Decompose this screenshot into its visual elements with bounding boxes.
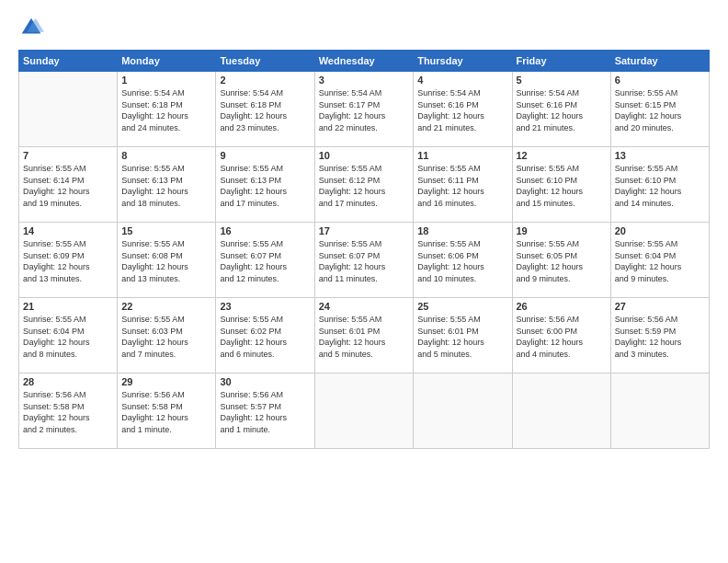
calendar-cell xyxy=(19,72,118,147)
weekday-header-saturday: Saturday xyxy=(610,51,709,72)
calendar-cell: 5Sunrise: 5:54 AMSunset: 6:16 PMDaylight… xyxy=(512,72,610,147)
day-number: 9 xyxy=(220,150,310,161)
weekday-header-thursday: Thursday xyxy=(414,51,512,72)
calendar-cell: 1Sunrise: 5:54 AMSunset: 6:18 PMDaylight… xyxy=(118,72,216,147)
calendar-week-row: 1Sunrise: 5:54 AMSunset: 6:18 PMDaylight… xyxy=(19,72,710,147)
day-number: 27 xyxy=(615,301,705,312)
day-number: 10 xyxy=(319,150,409,161)
day-info: Sunrise: 5:55 AMSunset: 6:13 PMDaylight:… xyxy=(121,163,211,209)
calendar-cell xyxy=(414,373,512,449)
day-info: Sunrise: 5:55 AMSunset: 6:07 PMDaylight:… xyxy=(220,238,310,284)
day-info: Sunrise: 5:54 AMSunset: 6:17 PMDaylight:… xyxy=(319,87,409,133)
day-info: Sunrise: 5:55 AMSunset: 6:13 PMDaylight:… xyxy=(220,163,310,209)
day-number: 30 xyxy=(220,376,310,387)
day-info: Sunrise: 5:55 AMSunset: 6:04 PMDaylight:… xyxy=(615,238,705,284)
weekday-header-sunday: Sunday xyxy=(19,51,118,72)
day-info: Sunrise: 5:55 AMSunset: 6:11 PMDaylight:… xyxy=(417,163,507,209)
day-info: Sunrise: 5:55 AMSunset: 6:10 PMDaylight:… xyxy=(517,163,607,209)
calendar-cell: 15Sunrise: 5:55 AMSunset: 6:08 PMDayligh… xyxy=(118,223,216,298)
calendar-cell: 21Sunrise: 5:55 AMSunset: 6:04 PMDayligh… xyxy=(19,298,118,373)
logo xyxy=(18,15,48,40)
day-info: Sunrise: 5:54 AMSunset: 6:18 PMDaylight:… xyxy=(121,87,211,133)
calendar-cell: 12Sunrise: 5:55 AMSunset: 6:10 PMDayligh… xyxy=(512,147,610,223)
calendar-cell: 9Sunrise: 5:55 AMSunset: 6:13 PMDaylight… xyxy=(216,147,314,223)
day-number: 22 xyxy=(121,301,211,312)
day-info: Sunrise: 5:56 AMSunset: 5:57 PMDaylight:… xyxy=(220,389,310,435)
day-info: Sunrise: 5:55 AMSunset: 6:04 PMDaylight:… xyxy=(23,314,113,360)
calendar-cell: 24Sunrise: 5:55 AMSunset: 6:01 PMDayligh… xyxy=(314,298,413,373)
day-number: 6 xyxy=(615,75,705,86)
header xyxy=(18,15,710,40)
day-info: Sunrise: 5:55 AMSunset: 6:06 PMDaylight:… xyxy=(417,238,507,284)
calendar-cell: 2Sunrise: 5:54 AMSunset: 6:18 PMDaylight… xyxy=(216,72,314,147)
day-info: Sunrise: 5:55 AMSunset: 6:15 PMDaylight:… xyxy=(615,87,705,133)
day-info: Sunrise: 5:55 AMSunset: 6:08 PMDaylight:… xyxy=(121,238,211,284)
calendar-week-row: 28Sunrise: 5:56 AMSunset: 5:58 PMDayligh… xyxy=(19,373,710,449)
day-info: Sunrise: 5:56 AMSunset: 5:58 PMDaylight:… xyxy=(121,389,211,435)
calendar-cell xyxy=(314,373,413,449)
calendar-cell: 17Sunrise: 5:55 AMSunset: 6:07 PMDayligh… xyxy=(314,223,413,298)
day-number: 26 xyxy=(517,301,607,312)
day-number: 20 xyxy=(615,225,705,236)
day-number: 19 xyxy=(517,225,607,236)
calendar-cell: 20Sunrise: 5:55 AMSunset: 6:04 PMDayligh… xyxy=(610,223,709,298)
calendar: SundayMondayTuesdayWednesdayThursdayFrid… xyxy=(18,50,710,449)
weekday-header-friday: Friday xyxy=(512,51,610,72)
calendar-cell: 22Sunrise: 5:55 AMSunset: 6:03 PMDayligh… xyxy=(118,298,216,373)
day-number: 25 xyxy=(417,301,507,312)
calendar-cell: 3Sunrise: 5:54 AMSunset: 6:17 PMDaylight… xyxy=(314,72,413,147)
day-number: 18 xyxy=(417,225,507,236)
day-info: Sunrise: 5:55 AMSunset: 6:14 PMDaylight:… xyxy=(23,163,113,209)
day-number: 5 xyxy=(517,75,607,86)
calendar-week-row: 21Sunrise: 5:55 AMSunset: 6:04 PMDayligh… xyxy=(19,298,710,373)
day-info: Sunrise: 5:55 AMSunset: 6:09 PMDaylight:… xyxy=(23,238,113,284)
day-info: Sunrise: 5:55 AMSunset: 6:12 PMDaylight:… xyxy=(319,163,409,209)
calendar-cell: 23Sunrise: 5:55 AMSunset: 6:02 PMDayligh… xyxy=(216,298,314,373)
calendar-week-row: 7Sunrise: 5:55 AMSunset: 6:14 PMDaylight… xyxy=(19,147,710,223)
calendar-cell xyxy=(610,373,709,449)
calendar-cell: 19Sunrise: 5:55 AMSunset: 6:05 PMDayligh… xyxy=(512,223,610,298)
calendar-cell: 11Sunrise: 5:55 AMSunset: 6:11 PMDayligh… xyxy=(414,147,512,223)
day-info: Sunrise: 5:55 AMSunset: 6:02 PMDaylight:… xyxy=(220,314,310,360)
logo-icon xyxy=(18,15,44,40)
day-number: 12 xyxy=(517,150,607,161)
calendar-cell: 29Sunrise: 5:56 AMSunset: 5:58 PMDayligh… xyxy=(118,373,216,449)
day-number: 17 xyxy=(319,225,409,236)
day-info: Sunrise: 5:56 AMSunset: 5:58 PMDaylight:… xyxy=(23,389,113,435)
calendar-cell: 25Sunrise: 5:55 AMSunset: 6:01 PMDayligh… xyxy=(414,298,512,373)
calendar-cell: 14Sunrise: 5:55 AMSunset: 6:09 PMDayligh… xyxy=(19,223,118,298)
day-number: 14 xyxy=(23,225,113,236)
day-number: 11 xyxy=(417,150,507,161)
day-number: 13 xyxy=(615,150,705,161)
day-info: Sunrise: 5:55 AMSunset: 6:10 PMDaylight:… xyxy=(615,163,705,209)
day-number: 4 xyxy=(417,75,507,86)
day-info: Sunrise: 5:55 AMSunset: 6:05 PMDaylight:… xyxy=(517,238,607,284)
day-info: Sunrise: 5:54 AMSunset: 6:16 PMDaylight:… xyxy=(517,87,607,133)
weekday-header-tuesday: Tuesday xyxy=(216,51,314,72)
day-number: 16 xyxy=(220,225,310,236)
calendar-cell: 6Sunrise: 5:55 AMSunset: 6:15 PMDaylight… xyxy=(610,72,709,147)
calendar-cell xyxy=(512,373,610,449)
calendar-week-row: 14Sunrise: 5:55 AMSunset: 6:09 PMDayligh… xyxy=(19,223,710,298)
calendar-cell: 10Sunrise: 5:55 AMSunset: 6:12 PMDayligh… xyxy=(314,147,413,223)
day-number: 28 xyxy=(23,376,113,387)
page: SundayMondayTuesdayWednesdayThursdayFrid… xyxy=(0,0,728,563)
weekday-header-monday: Monday xyxy=(118,51,216,72)
day-number: 2 xyxy=(220,75,310,86)
calendar-cell: 28Sunrise: 5:56 AMSunset: 5:58 PMDayligh… xyxy=(19,373,118,449)
day-info: Sunrise: 5:55 AMSunset: 6:01 PMDaylight:… xyxy=(319,314,409,360)
calendar-cell: 30Sunrise: 5:56 AMSunset: 5:57 PMDayligh… xyxy=(216,373,314,449)
day-number: 7 xyxy=(23,150,113,161)
calendar-cell: 16Sunrise: 5:55 AMSunset: 6:07 PMDayligh… xyxy=(216,223,314,298)
day-info: Sunrise: 5:54 AMSunset: 6:18 PMDaylight:… xyxy=(220,87,310,133)
day-number: 21 xyxy=(23,301,113,312)
calendar-cell: 27Sunrise: 5:56 AMSunset: 5:59 PMDayligh… xyxy=(610,298,709,373)
calendar-cell: 26Sunrise: 5:56 AMSunset: 6:00 PMDayligh… xyxy=(512,298,610,373)
day-number: 23 xyxy=(220,301,310,312)
day-number: 24 xyxy=(319,301,409,312)
day-info: Sunrise: 5:54 AMSunset: 6:16 PMDaylight:… xyxy=(417,87,507,133)
day-info: Sunrise: 5:55 AMSunset: 6:01 PMDaylight:… xyxy=(417,314,507,360)
day-number: 8 xyxy=(121,150,211,161)
day-info: Sunrise: 5:56 AMSunset: 6:00 PMDaylight:… xyxy=(517,314,607,360)
calendar-cell: 4Sunrise: 5:54 AMSunset: 6:16 PMDaylight… xyxy=(414,72,512,147)
